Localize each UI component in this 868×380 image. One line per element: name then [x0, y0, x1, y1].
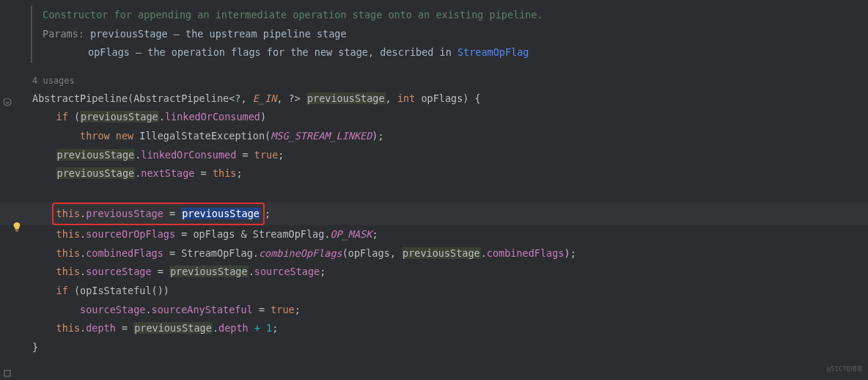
code-line[interactable]: this.sourceStage = previousStage.sourceS…	[0, 263, 868, 282]
doc-gutter-line	[31, 6, 32, 63]
svg-rect-0	[15, 230, 18, 230]
code-line[interactable]: this.combinedFlags = StreamOpFlag.combin…	[0, 244, 868, 263]
ref-opFlags: opFlags	[348, 247, 390, 259]
const-OP_MASK: OP_MASK	[330, 228, 372, 240]
field-sourceStage: sourceStage	[80, 304, 145, 315]
param-type: AbstractPipeline	[133, 92, 229, 104]
kw-throw: throw	[80, 130, 110, 142]
method-opIsStateful: opIsStateful	[80, 285, 152, 296]
field-sourceAnyStateful: sourceAnyStateful	[152, 304, 253, 315]
code-line[interactable]: previousStage.nextStage = this;	[0, 164, 868, 183]
kw-this: this	[56, 322, 81, 334]
javadoc-param-2: opFlags – the operation flags for the ne…	[0, 43, 868, 62]
field-sourceStage: sourceStage	[254, 266, 320, 277]
ref-previousStage: previousStage	[80, 111, 159, 123]
ref-previousStage: previousStage	[133, 322, 213, 334]
method-combineOpFlags: combineOpFlags	[259, 247, 342, 259]
code-line-close[interactable]: }	[0, 338, 868, 357]
kw-if: if	[56, 285, 68, 296]
field-sourceStage: sourceStage	[86, 266, 151, 277]
ref-previousStage: previousStage	[169, 266, 249, 277]
code-line[interactable]: sourceStage.sourceAnyStateful = true;	[0, 301, 868, 320]
code-line[interactable]: throw new IllegalStateException(MSG_STRE…	[0, 127, 868, 146]
type-StreamOpFlag: StreamOpFlag	[181, 247, 253, 259]
field-linkedOrConsumed: linkedOrConsumed	[141, 149, 236, 161]
kw-this: this	[56, 247, 81, 259]
field-combinedFlags: combinedFlags	[86, 247, 163, 259]
field-depth: depth	[218, 322, 249, 334]
field-nextStage: nextStage	[141, 167, 194, 179]
literal-true: true	[271, 304, 295, 315]
kw-int: int	[397, 92, 415, 104]
kw-this: this	[213, 167, 237, 179]
selected-text: previousStage	[181, 208, 260, 219]
type-ise: IllegalStateException	[139, 130, 265, 142]
code-line[interactable]: this.sourceOrOpFlags = opFlags & StreamO…	[0, 225, 868, 244]
ref-opFlags: opFlags	[193, 228, 235, 240]
override-gutter-icon[interactable]	[3, 94, 12, 113]
params-label: Params:	[43, 28, 84, 40]
red-highlight-box: this.previousStage = previousStage	[52, 202, 265, 226]
param-desc-2: opFlags – the operation flags for the ne…	[88, 46, 457, 58]
kw-if: if	[56, 111, 68, 123]
kw-this: this	[56, 266, 81, 277]
kw-this: this	[56, 228, 81, 240]
param-previousStage: previousStage	[306, 92, 386, 104]
gutter-icon-bottom[interactable]	[3, 365, 12, 380]
field-linkedOrConsumed: linkedOrConsumed	[165, 111, 260, 123]
type-StreamOpFlag: StreamOpFlag	[253, 228, 325, 240]
field-sourceOrOpFlags: sourceOrOpFlags	[86, 228, 175, 240]
field-combinedFlags: combinedFlags	[487, 247, 564, 259]
javadoc-summary: Constructor for appending an intermediat…	[0, 6, 868, 25]
param-opFlags: opFlags	[421, 92, 463, 104]
code-line[interactable]: if (opIsStateful())	[0, 282, 868, 301]
watermark: @51CTO博客	[826, 363, 864, 376]
type-param: E_IN	[253, 92, 277, 104]
code-line[interactable]: this.depth = previousStage.depth + 1;	[0, 319, 868, 338]
field-depth: depth	[86, 322, 116, 334]
field-previousStage: previousStage	[86, 208, 163, 219]
svg-point-2	[4, 98, 11, 106]
ref-previousStage: previousStage	[56, 149, 136, 161]
ref-previousStage: previousStage	[402, 247, 481, 259]
ref-previousStage: previousStage	[56, 167, 136, 179]
code-line[interactable]: if (previousStage.linkedOrConsumed)	[0, 108, 868, 127]
param-desc-1: previousStage – the upstream pipeline st…	[90, 28, 347, 40]
code-line[interactable]: previousStage.linkedOrConsumed = true;	[0, 146, 868, 165]
code-line-signature[interactable]: AbstractPipeline(AbstractPipeline<?, E_I…	[0, 89, 868, 109]
intention-bulb-icon[interactable]	[12, 219, 22, 238]
svg-rect-3	[4, 370, 10, 376]
usages-hint[interactable]: 4 usages	[0, 73, 868, 89]
kw-this: this	[56, 208, 81, 219]
svg-rect-1	[15, 231, 18, 232]
constructor-name: AbstractPipeline	[32, 92, 128, 104]
kw-new: new	[116, 130, 133, 142]
const-msg: MSG_STREAM_LINKED	[271, 130, 372, 142]
javadoc-params: Params: previousStage – the upstream pip…	[0, 25, 868, 44]
code-line-blank[interactable]	[0, 183, 868, 202]
code-editor[interactable]: Constructor for appending an intermediat…	[0, 0, 868, 363]
code-line-highlighted[interactable]: this.previousStage = previousStage;	[0, 202, 868, 226]
literal-true: true	[254, 149, 279, 161]
doc-link-streamopflag[interactable]: StreamOpFlag	[457, 46, 529, 58]
